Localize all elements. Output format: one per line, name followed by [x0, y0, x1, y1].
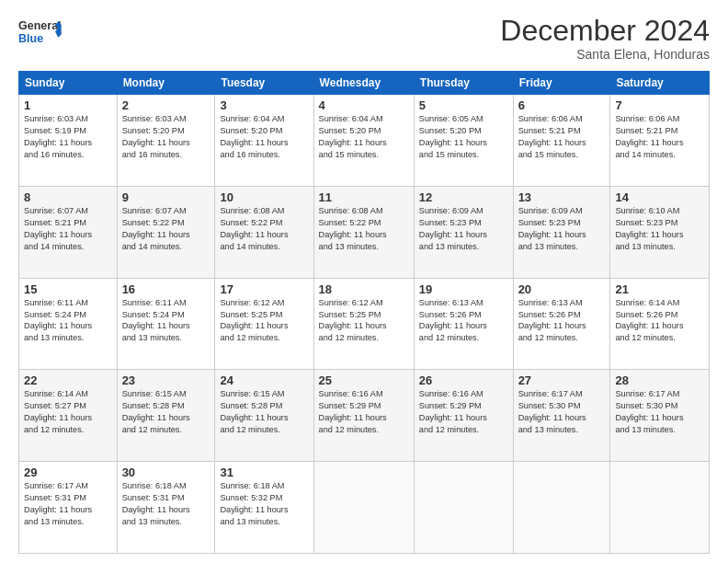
- logo-wrapper: General Blue: [18, 15, 64, 50]
- day-number: 28: [615, 373, 704, 387]
- day-info: Sunrise: 6:05 AMSunset: 5:20 PMDaylight:…: [419, 113, 508, 161]
- day-number: 31: [220, 465, 308, 479]
- page: General Blue December 2024 Santa Elena, …: [0, 0, 728, 563]
- day-cell: 18 Sunrise: 6:12 AMSunset: 5:25 PMDaylig…: [313, 278, 414, 370]
- day-info: Sunrise: 6:06 AMSunset: 5:21 PMDaylight:…: [615, 113, 704, 161]
- day-info: Sunrise: 6:13 AMSunset: 5:26 PMDaylight:…: [518, 297, 606, 345]
- day-info: Sunrise: 6:06 AMSunset: 5:21 PMDaylight:…: [518, 113, 606, 161]
- col-tuesday: Tuesday: [215, 72, 313, 95]
- day-cell: 25 Sunrise: 6:16 AMSunset: 5:29 PMDaylig…: [313, 370, 414, 462]
- day-info: Sunrise: 6:07 AMSunset: 5:22 PMDaylight:…: [122, 205, 210, 253]
- day-cell: 19 Sunrise: 6:13 AMSunset: 5:26 PMDaylig…: [414, 278, 513, 370]
- day-cell: 11 Sunrise: 6:08 AMSunset: 5:22 PMDaylig…: [313, 186, 414, 278]
- day-info: Sunrise: 6:08 AMSunset: 5:22 PMDaylight:…: [220, 205, 308, 253]
- day-number: 7: [615, 98, 704, 112]
- day-number: 6: [518, 98, 606, 112]
- day-cell: 5 Sunrise: 6:05 AMSunset: 5:20 PMDayligh…: [414, 95, 513, 187]
- day-info: Sunrise: 6:14 AMSunset: 5:27 PMDaylight:…: [24, 388, 112, 436]
- day-cell: 1 Sunrise: 6:03 AMSunset: 5:19 PMDayligh…: [19, 95, 118, 187]
- day-info: Sunrise: 6:07 AMSunset: 5:21 PMDaylight:…: [24, 205, 112, 253]
- day-cell: 20 Sunrise: 6:13 AMSunset: 5:26 PMDaylig…: [513, 278, 610, 370]
- day-number: 5: [419, 98, 508, 112]
- day-cell: 12 Sunrise: 6:09 AMSunset: 5:23 PMDaylig…: [414, 186, 513, 278]
- day-number: 17: [220, 282, 308, 296]
- week-row-4: 22 Sunrise: 6:14 AMSunset: 5:27 PMDaylig…: [19, 370, 710, 462]
- day-number: 2: [122, 98, 210, 112]
- day-cell: 16 Sunrise: 6:11 AMSunset: 5:24 PMDaylig…: [117, 278, 215, 370]
- col-thursday: Thursday: [414, 72, 513, 95]
- day-number: 13: [518, 190, 606, 204]
- day-info: Sunrise: 6:17 AMSunset: 5:30 PMDaylight:…: [615, 388, 704, 436]
- day-info: Sunrise: 6:18 AMSunset: 5:32 PMDaylight:…: [220, 480, 308, 528]
- svg-text:Blue: Blue: [18, 32, 43, 45]
- day-info: Sunrise: 6:11 AMSunset: 5:24 PMDaylight:…: [24, 297, 112, 345]
- day-number: 15: [24, 282, 112, 296]
- day-info: Sunrise: 6:04 AMSunset: 5:20 PMDaylight:…: [220, 113, 308, 161]
- day-cell: 29 Sunrise: 6:17 AMSunset: 5:31 PMDaylig…: [19, 462, 118, 554]
- day-info: Sunrise: 6:18 AMSunset: 5:31 PMDaylight:…: [122, 480, 210, 528]
- day-number: 29: [24, 465, 112, 479]
- day-cell: 26 Sunrise: 6:16 AMSunset: 5:29 PMDaylig…: [414, 370, 513, 462]
- day-info: Sunrise: 6:11 AMSunset: 5:24 PMDaylight:…: [122, 297, 210, 345]
- day-number: 24: [220, 373, 308, 387]
- day-number: 8: [24, 190, 112, 204]
- day-number: 9: [122, 190, 210, 204]
- calendar-header-row: Sunday Monday Tuesday Wednesday Thursday…: [19, 72, 710, 95]
- day-number: 10: [220, 190, 308, 204]
- day-info: Sunrise: 6:16 AMSunset: 5:29 PMDaylight:…: [419, 388, 508, 436]
- day-number: 3: [220, 98, 308, 112]
- col-wednesday: Wednesday: [313, 72, 414, 95]
- day-info: Sunrise: 6:09 AMSunset: 5:23 PMDaylight:…: [518, 205, 606, 253]
- day-cell: 21 Sunrise: 6:14 AMSunset: 5:26 PMDaylig…: [610, 278, 710, 370]
- day-info: Sunrise: 6:10 AMSunset: 5:23 PMDaylight:…: [615, 205, 704, 253]
- title-block: December 2024 Santa Elena, Honduras: [500, 15, 710, 62]
- location-subtitle: Santa Elena, Honduras: [500, 47, 710, 62]
- svg-text:General: General: [18, 20, 62, 33]
- day-number: 14: [615, 190, 704, 204]
- day-cell: 30 Sunrise: 6:18 AMSunset: 5:31 PMDaylig…: [117, 462, 215, 554]
- day-info: Sunrise: 6:16 AMSunset: 5:29 PMDaylight:…: [319, 388, 409, 436]
- col-saturday: Saturday: [610, 72, 710, 95]
- day-info: Sunrise: 6:15 AMSunset: 5:28 PMDaylight:…: [122, 388, 210, 436]
- day-cell: 13 Sunrise: 6:09 AMSunset: 5:23 PMDaylig…: [513, 186, 610, 278]
- day-info: Sunrise: 6:12 AMSunset: 5:25 PMDaylight:…: [220, 297, 308, 345]
- day-cell: 22 Sunrise: 6:14 AMSunset: 5:27 PMDaylig…: [19, 370, 118, 462]
- day-number: 26: [419, 373, 508, 387]
- day-info: Sunrise: 6:17 AMSunset: 5:30 PMDaylight:…: [518, 388, 606, 436]
- logo-svg: General Blue: [18, 15, 64, 50]
- calendar-table: Sunday Monday Tuesday Wednesday Thursday…: [18, 71, 710, 554]
- day-cell: 24 Sunrise: 6:15 AMSunset: 5:28 PMDaylig…: [215, 370, 313, 462]
- day-number: 21: [615, 282, 704, 296]
- day-info: Sunrise: 6:03 AMSunset: 5:20 PMDaylight:…: [122, 113, 210, 161]
- day-cell: 10 Sunrise: 6:08 AMSunset: 5:22 PMDaylig…: [215, 186, 313, 278]
- day-number: 18: [319, 282, 409, 296]
- day-cell: [313, 462, 414, 554]
- logo: General Blue: [18, 15, 64, 50]
- day-info: Sunrise: 6:14 AMSunset: 5:26 PMDaylight:…: [615, 297, 704, 345]
- day-cell: 27 Sunrise: 6:17 AMSunset: 5:30 PMDaylig…: [513, 370, 610, 462]
- day-info: Sunrise: 6:09 AMSunset: 5:23 PMDaylight:…: [419, 205, 508, 253]
- col-friday: Friday: [513, 72, 610, 95]
- day-info: Sunrise: 6:15 AMSunset: 5:28 PMDaylight:…: [220, 388, 308, 436]
- day-number: 11: [319, 190, 409, 204]
- day-info: Sunrise: 6:08 AMSunset: 5:22 PMDaylight:…: [319, 205, 409, 253]
- day-cell: 31 Sunrise: 6:18 AMSunset: 5:32 PMDaylig…: [215, 462, 313, 554]
- day-cell: 23 Sunrise: 6:15 AMSunset: 5:28 PMDaylig…: [117, 370, 215, 462]
- day-cell: 28 Sunrise: 6:17 AMSunset: 5:30 PMDaylig…: [610, 370, 710, 462]
- day-cell: 2 Sunrise: 6:03 AMSunset: 5:20 PMDayligh…: [117, 95, 215, 187]
- day-info: Sunrise: 6:13 AMSunset: 5:26 PMDaylight:…: [419, 297, 508, 345]
- week-row-3: 15 Sunrise: 6:11 AMSunset: 5:24 PMDaylig…: [19, 278, 710, 370]
- day-info: Sunrise: 6:17 AMSunset: 5:31 PMDaylight:…: [24, 480, 112, 528]
- day-cell: 3 Sunrise: 6:04 AMSunset: 5:20 PMDayligh…: [215, 95, 313, 187]
- month-year-title: December 2024: [500, 15, 710, 47]
- day-number: 27: [518, 373, 606, 387]
- day-info: Sunrise: 6:04 AMSunset: 5:20 PMDaylight:…: [319, 113, 409, 161]
- day-cell: 4 Sunrise: 6:04 AMSunset: 5:20 PMDayligh…: [313, 95, 414, 187]
- day-number: 25: [319, 373, 409, 387]
- col-monday: Monday: [117, 72, 215, 95]
- day-number: 19: [419, 282, 508, 296]
- day-cell: 15 Sunrise: 6:11 AMSunset: 5:24 PMDaylig…: [19, 278, 118, 370]
- top-section: General Blue December 2024 Santa Elena, …: [18, 15, 710, 62]
- day-cell: [513, 462, 610, 554]
- day-cell: 9 Sunrise: 6:07 AMSunset: 5:22 PMDayligh…: [117, 186, 215, 278]
